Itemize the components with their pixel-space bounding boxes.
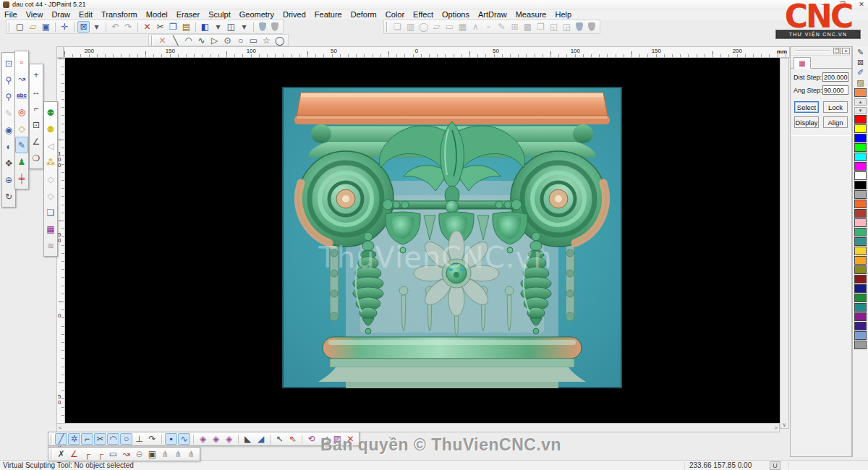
split2-icon[interactable]: ⋔ — [172, 448, 184, 460]
menu-item[interactable]: Draw — [47, 10, 75, 19]
lock-button[interactable]: Lock — [823, 101, 848, 113]
color-swatch[interactable] — [854, 143, 867, 152]
scroll-right-icon[interactable]: > — [774, 424, 778, 431]
open-icon[interactable]: ▱ — [27, 21, 39, 33]
tangent-arc-icon[interactable]: ↷ — [146, 433, 158, 445]
line-icon[interactable]: ╲ — [169, 35, 182, 46]
ang-step-input[interactable]: 90.000 — [822, 85, 848, 95]
star-icon[interactable]: ☆ — [260, 35, 273, 46]
menu-item[interactable]: Help — [550, 10, 576, 19]
zoom-tool-icon[interactable]: ⊕ — [2, 171, 15, 188]
surface-mode-icon[interactable]: ◧ — [199, 21, 211, 33]
color-swatch[interactable] — [854, 162, 867, 171]
menu-item[interactable]: Effect — [409, 10, 438, 19]
step-tool-icon[interactable]: ⌐ — [30, 100, 43, 116]
menu-item[interactable]: Measure — [511, 10, 551, 19]
bounds-tool-icon[interactable]: ⊡ — [30, 116, 43, 133]
zoom-region-icon[interactable]: ⊡ — [2, 55, 15, 72]
select-mode-icon[interactable]: ⊠ — [77, 21, 90, 33]
corner-fillet-icon[interactable]: ┌ — [81, 448, 93, 460]
big-circle-icon[interactable]: ◯ — [273, 35, 286, 46]
snap-grid-icon[interactable]: ▪ — [165, 433, 177, 445]
snap-diamond-icon[interactable]: ◈ — [197, 433, 209, 445]
pick-remove-icon[interactable]: ⇖ — [286, 433, 299, 445]
menu-item[interactable]: Geometry — [235, 10, 278, 19]
light-yellow-icon[interactable]: ⚉ — [44, 121, 57, 137]
toolbar-grip[interactable] — [9, 22, 11, 32]
menu-item[interactable]: Options — [438, 10, 474, 19]
color-swatch[interactable] — [854, 115, 867, 124]
color-swatch[interactable] — [854, 153, 867, 161]
shaded-view-icon[interactable]: ◉ — [2, 121, 15, 138]
color-swatch[interactable] — [854, 209, 867, 218]
draw-line-icon[interactable]: ╱ — [55, 433, 67, 445]
width-tool-icon[interactable]: ↔ — [30, 83, 43, 100]
toolbar-grip[interactable] — [151, 35, 153, 46]
ring-select-icon[interactable]: ◎ — [15, 103, 28, 120]
perpendicular-icon[interactable]: ⊥ — [133, 433, 145, 445]
stamp-edit-icon[interactable]: ◢ — [255, 433, 267, 445]
menu-item[interactable]: ArtDraw — [474, 10, 511, 19]
facet-icon[interactable]: ◇ — [44, 171, 57, 187]
shield-icon[interactable] — [271, 22, 278, 31]
scroll-down-icon[interactable]: ∨ — [783, 422, 787, 428]
color-swatch[interactable] — [854, 312, 867, 321]
color-swatch[interactable] — [854, 124, 867, 133]
pick-icon[interactable]: ↖ — [273, 433, 286, 445]
color-swatch[interactable] — [854, 190, 867, 199]
redo-icon[interactable]: ↷ — [122, 21, 135, 33]
arc-icon[interactable]: ◠ — [182, 35, 195, 46]
palette-scroll-down[interactable]: ▼ — [854, 107, 867, 114]
erase-color-icon[interactable]: ⊠ — [854, 57, 867, 67]
save-icon[interactable]: ▣ — [40, 21, 52, 33]
measure-tool-icon[interactable]: ╪ — [15, 170, 28, 187]
render-mode-icon[interactable]: ◫ — [225, 21, 237, 33]
light-on-icon[interactable]: ⚉ — [44, 104, 57, 121]
pattern-icon[interactable]: ▨ — [854, 77, 867, 87]
book-icon[interactable]: ❏ — [44, 204, 57, 221]
zoom-window-icon[interactable]: ⚲ — [2, 88, 15, 105]
color-swatch[interactable] — [854, 275, 867, 283]
panel-title-bar[interactable]: ❐ × — [791, 47, 851, 56]
sculpt-brush-icon[interactable]: ✎ — [15, 137, 28, 153]
menu-item[interactable]: Sculpt — [204, 10, 235, 19]
color-swatch[interactable] — [854, 200, 867, 208]
panel-grip[interactable] — [795, 50, 830, 52]
menu-item[interactable]: View — [22, 10, 48, 19]
circle-tool-icon[interactable]: ○ — [120, 433, 132, 445]
curve-dir-icon[interactable]: ↝ — [120, 448, 132, 460]
color-swatch[interactable] — [854, 171, 867, 180]
toolbar-grip[interactable] — [51, 449, 53, 459]
color-swatch[interactable] — [854, 256, 867, 265]
snap-node-icon[interactable]: ∿ — [178, 433, 190, 445]
stamp-icon[interactable]: ◣ — [242, 433, 254, 445]
add-node-icon[interactable]: + — [30, 67, 43, 83]
color-swatch[interactable] — [854, 341, 867, 349]
scroll-left-icon[interactable]: < — [59, 424, 62, 431]
bell-tool-icon[interactable]: ♟ — [15, 153, 28, 170]
color-swatch[interactable] — [854, 331, 867, 340]
deselect-icon[interactable]: ✕ — [156, 35, 169, 46]
color-swatch[interactable] — [854, 181, 867, 189]
shield-active-icon[interactable] — [259, 22, 266, 31]
rect-node-icon[interactable]: ▭ — [107, 448, 119, 460]
vertical-scrollbar[interactable]: ∨ — [780, 58, 789, 429]
zoom-dynamic-icon[interactable]: ⚲ — [2, 72, 15, 88]
copy-icon[interactable]: ❐ — [167, 21, 179, 33]
color-swatch[interactable] — [854, 284, 867, 293]
split3-icon[interactable]: ⋔ — [185, 448, 197, 460]
select-button[interactable]: Select — [794, 101, 819, 113]
color-swatch[interactable] — [854, 237, 867, 246]
color-swatch[interactable] — [854, 134, 867, 142]
cut-icon[interactable]: ✂ — [154, 21, 166, 33]
menu-item[interactable]: Color — [381, 10, 409, 19]
color-swatch[interactable] — [854, 218, 867, 227]
rectangle-icon[interactable]: ▭ — [247, 35, 260, 46]
display-button[interactable]: Display — [794, 116, 819, 128]
color-swatch[interactable] — [854, 265, 867, 274]
sheet-icon[interactable]: ▦ — [44, 221, 57, 237]
panel-close-button[interactable]: × — [842, 48, 850, 54]
current-color-swatch[interactable] — [854, 88, 867, 97]
surface-mode-dropdown[interactable]: ▾ — [212, 21, 224, 33]
nested-rect-icon[interactable]: ▣ — [146, 448, 158, 460]
